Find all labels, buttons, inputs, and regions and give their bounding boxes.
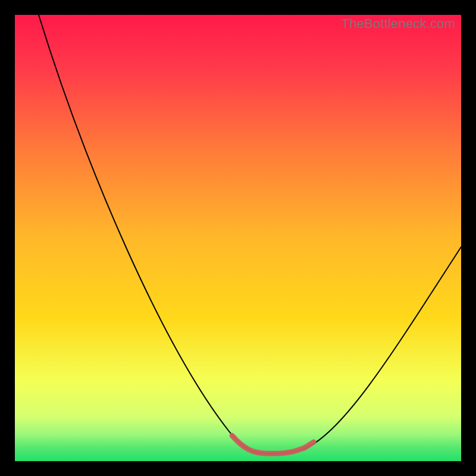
chart-frame: TheBottleneck.com	[15, 15, 461, 461]
bottleneck-chart	[15, 15, 461, 461]
watermark-text: TheBottleneck.com	[341, 16, 455, 32]
gradient-background	[15, 15, 461, 461]
